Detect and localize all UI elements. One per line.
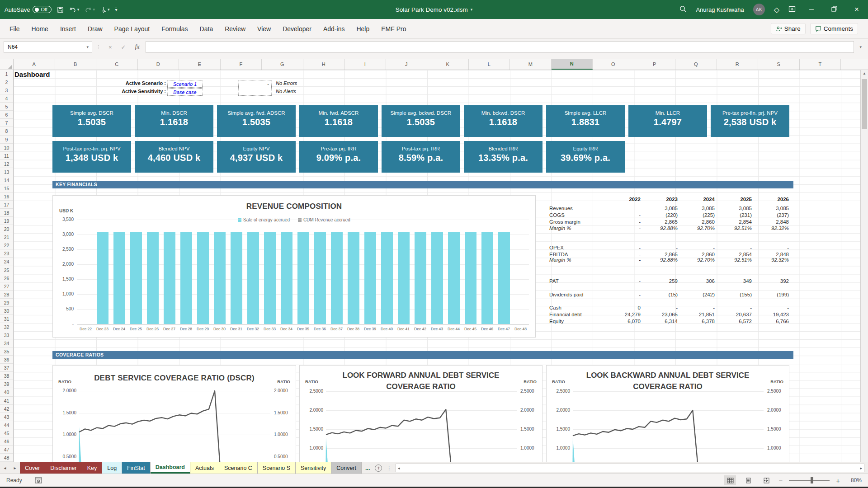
sheet-tab-convert[interactable]: Convert bbox=[331, 462, 362, 474]
column-header-P[interactable]: P bbox=[634, 59, 676, 70]
column-header-K[interactable]: K bbox=[427, 59, 469, 70]
ribbon-tab-review[interactable]: Review bbox=[219, 22, 251, 36]
row-header-2[interactable]: 2 bbox=[0, 78, 13, 86]
ribbon-tab-draw[interactable]: Draw bbox=[82, 22, 108, 36]
column-header-H[interactable]: H bbox=[303, 59, 345, 70]
autosave-toggle[interactable]: AutoSave Off bbox=[5, 6, 52, 13]
zoom-level[interactable]: 80% bbox=[846, 477, 862, 483]
row-header-40[interactable]: 40 bbox=[0, 388, 13, 396]
column-header-E[interactable]: E bbox=[179, 59, 221, 70]
column-header-C[interactable]: C bbox=[96, 59, 138, 70]
premium-diamond-icon[interactable]: ◇ bbox=[774, 5, 779, 14]
sheet-tab-disclaimer[interactable]: Disclaimer bbox=[45, 462, 82, 474]
row-header-28[interactable]: 28 bbox=[0, 291, 13, 299]
row-header-21[interactable]: 21 bbox=[0, 233, 13, 241]
cancel-icon[interactable]: × bbox=[105, 44, 115, 51]
column-header-D[interactable]: D bbox=[138, 59, 179, 70]
page-layout-view-button[interactable] bbox=[742, 475, 754, 485]
sheet-tab-finstat[interactable]: FinStat bbox=[122, 462, 151, 474]
column-header-A[interactable]: A bbox=[14, 59, 55, 70]
avatar[interactable]: AK bbox=[753, 4, 765, 15]
scroll-up-icon[interactable]: ▲ bbox=[861, 70, 868, 78]
row-header-25[interactable]: 25 bbox=[0, 266, 13, 274]
row-header-24[interactable]: 24 bbox=[0, 258, 13, 266]
sheet-tab-dashboard[interactable]: Dashboard bbox=[151, 462, 190, 474]
row-header-14[interactable]: 14 bbox=[0, 176, 13, 184]
ribbon-tab-emf-pro[interactable]: EMF Pro bbox=[375, 22, 412, 36]
row-header-31[interactable]: 31 bbox=[0, 315, 13, 323]
sheet-tab-log[interactable]: Log bbox=[102, 462, 122, 474]
row-header-19[interactable]: 19 bbox=[0, 217, 13, 225]
column-header-G[interactable]: G bbox=[262, 59, 303, 70]
macro-record-icon[interactable] bbox=[35, 477, 42, 483]
ribbon-tab-help[interactable]: Help bbox=[350, 22, 375, 36]
column-header-R[interactable]: R bbox=[717, 59, 759, 70]
ribbon-display-options-icon[interactable] bbox=[788, 5, 796, 14]
column-header-N[interactable]: N bbox=[552, 59, 593, 70]
comments-button[interactable]: Comments bbox=[810, 23, 858, 34]
row-header-36[interactable]: 36 bbox=[0, 356, 13, 364]
column-header-J[interactable]: J bbox=[386, 59, 428, 70]
row-header-27[interactable]: 27 bbox=[0, 282, 13, 291]
row-header-38[interactable]: 38 bbox=[0, 372, 13, 380]
row-header-8[interactable]: 8 bbox=[0, 127, 13, 135]
ribbon-tab-developer[interactable]: Developer bbox=[277, 22, 317, 36]
row-header-15[interactable]: 15 bbox=[0, 184, 13, 192]
touch-mouse-mode-icon[interactable]: ▾ bbox=[100, 6, 110, 13]
user-name[interactable]: Anurag Kushwaha bbox=[696, 6, 744, 13]
row-header-42[interactable]: 42 bbox=[0, 405, 13, 413]
zoom-in-button[interactable]: + bbox=[836, 477, 840, 484]
column-header-O[interactable]: O bbox=[593, 59, 634, 70]
sheet-nav-right-icon[interactable]: ▸ bbox=[10, 462, 20, 474]
insert-function-icon[interactable]: fx bbox=[132, 43, 143, 51]
row-header-22[interactable]: 22 bbox=[0, 241, 13, 249]
row-header-33[interactable]: 33 bbox=[0, 331, 13, 339]
row-header-6[interactable]: 6 bbox=[0, 111, 13, 119]
ribbon-tab-page-layout[interactable]: Page Layout bbox=[108, 22, 156, 36]
vertical-scroll-thumb[interactable] bbox=[862, 79, 867, 129]
undo-icon[interactable]: ▾ bbox=[69, 6, 80, 13]
zoom-slider[interactable] bbox=[789, 480, 830, 481]
search-icon[interactable] bbox=[679, 5, 687, 14]
share-button[interactable]: Share bbox=[771, 23, 806, 34]
normal-view-button[interactable] bbox=[724, 475, 736, 485]
sheet-tab-scenario-c[interactable]: Scenario C bbox=[219, 462, 258, 474]
row-header-10[interactable]: 10 bbox=[0, 144, 13, 152]
row-header-1[interactable]: 1 bbox=[0, 70, 13, 78]
ribbon-tab-view[interactable]: View bbox=[251, 22, 277, 36]
active-scenario-value[interactable]: Scenario 1 bbox=[167, 80, 203, 88]
column-header-Q[interactable]: Q bbox=[675, 59, 717, 70]
column-header-T[interactable]: T bbox=[800, 59, 841, 70]
row-header-45[interactable]: 45 bbox=[0, 429, 13, 437]
horizontal-scrollbar[interactable]: ◂ ▸ bbox=[396, 464, 864, 472]
column-header-S[interactable]: S bbox=[758, 59, 800, 70]
enter-icon[interactable]: ✓ bbox=[118, 44, 129, 51]
sheet-overflow-button[interactable]: ... bbox=[362, 462, 373, 474]
row-header-26[interactable]: 26 bbox=[0, 274, 13, 282]
row-header-47[interactable]: 47 bbox=[0, 446, 13, 454]
zoom-slider-thumb[interactable] bbox=[811, 477, 813, 483]
save-icon[interactable] bbox=[57, 6, 64, 13]
vertical-scrollbar[interactable]: ▲ bbox=[860, 70, 868, 462]
ribbon-tab-add-ins[interactable]: Add-ins bbox=[317, 22, 350, 36]
row-header-9[interactable]: 9 bbox=[0, 136, 13, 144]
sheet-tab-sensitivity[interactable]: Sensitivity bbox=[296, 462, 331, 474]
page-break-view-button[interactable] bbox=[760, 475, 772, 485]
column-header-M[interactable]: M bbox=[510, 59, 552, 70]
zoom-out-button[interactable]: − bbox=[778, 477, 783, 484]
sheet-nav-left-icon[interactable]: ◂ bbox=[0, 462, 10, 474]
close-button[interactable]: × bbox=[850, 5, 863, 14]
row-header-18[interactable]: 18 bbox=[0, 209, 13, 217]
row-header-13[interactable]: 13 bbox=[0, 168, 13, 176]
select-all-corner[interactable] bbox=[0, 59, 14, 70]
row-header-39[interactable]: 39 bbox=[0, 380, 13, 388]
sheet-tab-key[interactable]: Key bbox=[82, 462, 103, 474]
scroll-left-icon[interactable]: ◂ bbox=[398, 466, 400, 470]
row-header-35[interactable]: 35 bbox=[0, 347, 13, 356]
row-header-44[interactable]: 44 bbox=[0, 421, 13, 429]
row-header-12[interactable]: 12 bbox=[0, 160, 13, 168]
active-sensitivity-value[interactable]: Base case bbox=[167, 88, 203, 96]
row-header-3[interactable]: 3 bbox=[0, 86, 13, 94]
row-header-23[interactable]: 23 bbox=[0, 249, 13, 258]
row-header-30[interactable]: 30 bbox=[0, 307, 13, 315]
